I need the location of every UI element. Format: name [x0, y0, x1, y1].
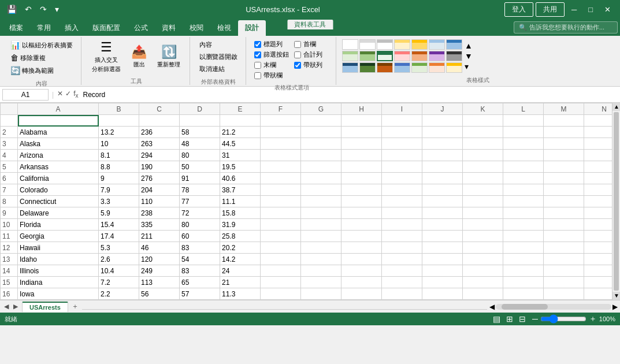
cell-empty-15-10[interactable]	[463, 277, 503, 288]
cell-empty-10-7[interactable]	[341, 219, 382, 231]
cell-empty-9-13[interactable]	[584, 207, 612, 219]
scroll-thumb[interactable]	[614, 112, 619, 291]
page-layout-icon[interactable]: ⊞	[504, 314, 515, 324]
refresh-button[interactable]: 🔃 重新整理	[153, 39, 185, 74]
dropdown-e1[interactable]: ▾	[242, 118, 245, 124]
cell-empty-12-7[interactable]	[341, 242, 382, 254]
cell-empty-13-7[interactable]	[341, 254, 382, 265]
cell-empty-14-8[interactable]	[382, 265, 422, 277]
cell-empty-14-5[interactable]	[261, 265, 301, 277]
cell-empty-8-8[interactable]	[382, 196, 422, 207]
cell-empty-6-11[interactable]	[503, 173, 544, 184]
header-row-check[interactable]: 標題列	[252, 39, 291, 49]
dropdown-b1[interactable]: ▾	[127, 118, 130, 124]
cell-empty-8-12[interactable]	[544, 196, 584, 207]
cell-c13[interactable]: 120	[139, 254, 180, 265]
cell-empty-9-6[interactable]	[301, 207, 341, 219]
cell-c6[interactable]: 276	[139, 173, 180, 184]
filter-btn-check[interactable]: 篩選按鈕	[252, 50, 291, 60]
sheet-tab-usarrests[interactable]: USArrests	[22, 302, 68, 312]
cell-empty-9-8[interactable]	[382, 207, 422, 219]
style-blue-1[interactable]	[429, 39, 445, 50]
cell-empty-10-5[interactable]	[261, 219, 301, 231]
cell-empty-15-9[interactable]	[422, 277, 463, 288]
login-button[interactable]: 登入	[504, 2, 533, 17]
col-B[interactable]: B	[99, 103, 139, 115]
cell-empty-13-10[interactable]	[463, 254, 503, 265]
cell-empty-11-8[interactable]	[382, 231, 422, 242]
cell-e3[interactable]: 44.5	[220, 138, 261, 150]
style-light-1[interactable]	[359, 39, 376, 50]
style-blue-2[interactable]	[446, 39, 462, 50]
cell-empty-16-7[interactable]	[341, 288, 382, 300]
cell-empty-14-10[interactable]	[463, 265, 503, 277]
cell-b14[interactable]: 10.4	[99, 265, 139, 277]
cell-a11[interactable]: Georgia	[18, 231, 99, 242]
tab-review[interactable]: 校閱	[183, 20, 210, 36]
cell-n1[interactable]	[584, 115, 612, 127]
style-green-active[interactable]	[377, 51, 393, 61]
cell-f1[interactable]	[261, 115, 301, 127]
cell-empty-8-9[interactable]	[422, 196, 463, 207]
cell-b2[interactable]: 13.2	[99, 127, 139, 138]
cell-empty-5-9[interactable]	[422, 161, 463, 173]
cell-empty-4-6[interactable]	[301, 150, 341, 161]
cell-empty-12-5[interactable]	[261, 242, 301, 254]
cell-e15[interactable]: 21	[220, 277, 261, 288]
cell-e6[interactable]: 40.6	[220, 173, 261, 184]
cell-empty-15-7[interactable]	[341, 277, 382, 288]
row-num-1[interactable]: 1	[1, 115, 18, 127]
cell-empty-7-6[interactable]	[301, 184, 341, 196]
dropdown-a1[interactable]: ▾	[47, 118, 50, 124]
insert-function-icon[interactable]: fx	[73, 90, 78, 99]
cell-empty-8-7[interactable]	[341, 196, 382, 207]
cell-d1[interactable]: UrbanPo ▾	[180, 115, 220, 127]
cell-empty-14-7[interactable]	[341, 265, 382, 277]
cell-empty-11-13[interactable]	[584, 231, 612, 242]
cell-c15[interactable]: 113	[139, 277, 180, 288]
cell-b11[interactable]: 17.4	[99, 231, 139, 242]
tab-file[interactable]: 檔案	[2, 20, 30, 36]
cell-empty-6-10[interactable]	[463, 173, 503, 184]
cell-m1[interactable]	[544, 115, 584, 127]
cell-empty-2-5[interactable]	[261, 127, 301, 138]
cell-l1[interactable]	[503, 115, 544, 127]
cell-empty-4-7[interactable]	[341, 150, 382, 161]
cell-empty-8-13[interactable]	[584, 196, 612, 207]
cell-d15[interactable]: 65	[180, 277, 220, 288]
cell-h1[interactable]	[341, 115, 382, 127]
close-button[interactable]: ✕	[600, 3, 615, 16]
cell-e14[interactable]: 24	[220, 265, 261, 277]
cell-empty-11-11[interactable]	[503, 231, 544, 242]
style-light-2[interactable]	[377, 39, 393, 50]
style-red-1[interactable]	[394, 51, 410, 61]
cell-a14[interactable]: Illinois	[18, 265, 99, 277]
cell-e11[interactable]: 25.8	[220, 231, 261, 242]
cell-a15[interactable]: Indiana	[18, 277, 99, 288]
cell-empty-8-5[interactable]	[261, 196, 301, 207]
zoom-slider[interactable]	[540, 314, 586, 324]
cell-empty-13-5[interactable]	[261, 254, 301, 265]
col-G[interactable]: G	[301, 103, 341, 115]
cell-empty-16-11[interactable]	[503, 288, 544, 300]
col-E[interactable]: E	[220, 103, 261, 115]
cell-c16[interactable]: 56	[139, 288, 180, 300]
cell-empty-14-11[interactable]	[503, 265, 544, 277]
tab-formula[interactable]: 公式	[127, 20, 155, 36]
cell-empty-9-12[interactable]	[544, 207, 584, 219]
share-button[interactable]: 共用	[536, 2, 565, 17]
row-num-16[interactable]: 16	[1, 288, 18, 300]
cell-empty-7-10[interactable]	[463, 184, 503, 196]
cell-d13[interactable]: 54	[180, 254, 220, 265]
cell-empty-12-11[interactable]	[503, 242, 544, 254]
cell-empty-11-7[interactable]	[341, 231, 382, 242]
row-num-8[interactable]: 8	[1, 196, 18, 207]
col-A[interactable]: A	[18, 103, 99, 115]
cell-b16[interactable]: 2.2	[99, 288, 139, 300]
cell-c12[interactable]: 46	[139, 242, 180, 254]
cell-d14[interactable]: 83	[180, 265, 220, 277]
scroll-down-button[interactable]: ▼	[612, 292, 620, 300]
cell-empty-4-9[interactable]	[422, 150, 463, 161]
cell-e1[interactable]: Rape ▾	[220, 115, 261, 127]
cell-a1[interactable]: Record ▾	[18, 115, 99, 127]
